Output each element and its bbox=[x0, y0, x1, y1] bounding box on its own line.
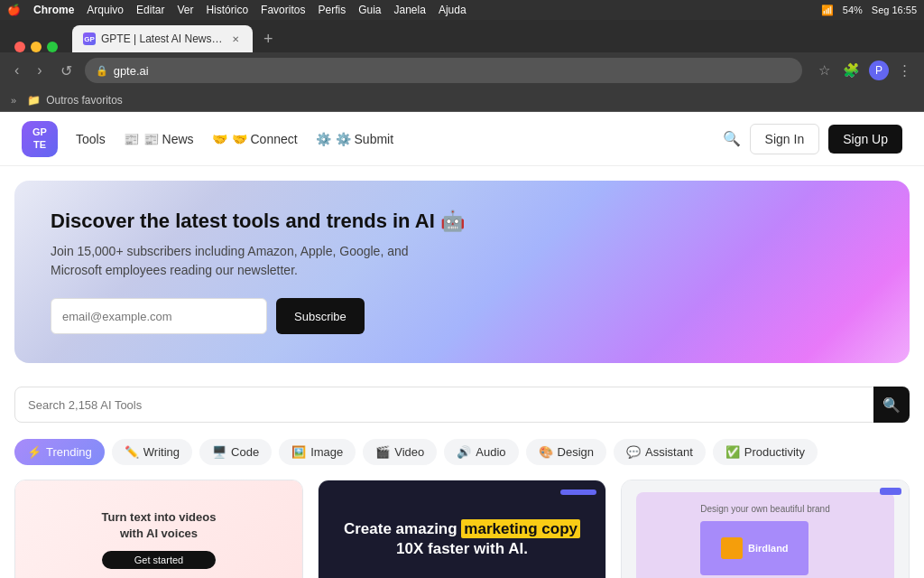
bookmarks-folder-label[interactable]: Outros favoritos bbox=[46, 94, 123, 107]
search-btn-icon: 🔍 bbox=[882, 396, 901, 414]
wifi-icon: 📶 bbox=[821, 5, 834, 16]
menu-editar[interactable]: Editar bbox=[136, 4, 164, 16]
bookmarks-bar: » 📁 Outros favoritos bbox=[0, 89, 924, 112]
assistant-icon: 💬 bbox=[626, 445, 641, 459]
video-icon: 🎬 bbox=[375, 445, 390, 459]
code-icon: 🖥️ bbox=[212, 445, 226, 459]
looka-design-text: Design your own beautiful brand bbox=[700, 504, 829, 514]
tab-audio[interactable]: 🔊 Audio bbox=[444, 439, 518, 465]
signup-button[interactable]: Sign Up bbox=[828, 125, 902, 154]
tab-writing[interactable]: ✏️ Writing bbox=[112, 439, 192, 465]
tab-assistant[interactable]: 💬 Assistant bbox=[614, 439, 706, 465]
tab-image[interactable]: 🖼️ Image bbox=[279, 439, 356, 465]
lock-icon: 🔒 bbox=[96, 65, 108, 77]
nav-connect[interactable]: 🤝 🤝 Connect bbox=[212, 132, 298, 146]
tab-video[interactable]: 🎬 Video bbox=[363, 439, 437, 465]
tab-label: GPTE | Latest AI News, Promp... bbox=[101, 33, 224, 45]
fliki-cta: Get started bbox=[102, 551, 217, 569]
address-bar[interactable]: 🔒 gpte.ai bbox=[85, 58, 802, 83]
bookmarks-expand[interactable]: » bbox=[11, 95, 16, 106]
tool-card-fliki[interactable]: Turn text into videoswith AI voices Get … bbox=[14, 480, 303, 578]
looka-preview: Design your own beautiful brand Birdland bbox=[636, 492, 894, 578]
writing-icon: ✏️ bbox=[125, 445, 139, 459]
active-tab[interactable]: GP GPTE | Latest AI News, Promp... ✕ bbox=[72, 25, 253, 52]
category-tabs: ⚡ Trending ✏️ Writing 🖥️ Code 🖼️ Image 🎬… bbox=[0, 432, 924, 472]
tab-close-btn[interactable]: ✕ bbox=[229, 33, 242, 45]
logo-text: GPTE bbox=[32, 126, 47, 150]
audio-icon: 🔊 bbox=[457, 445, 471, 459]
browser-toolbar: ‹ › ↺ 🔒 gpte.ai ☆ 🧩 P ⋮ bbox=[0, 52, 924, 89]
looka-accent bbox=[880, 488, 901, 495]
menu-arquivo[interactable]: Arquivo bbox=[87, 4, 124, 16]
looka-brand-name: Birdland bbox=[748, 543, 789, 554]
menu-perfis[interactable]: Perfis bbox=[318, 4, 346, 16]
tool-card-jasper[interactable]: Create amazing marketing copy10X faster … bbox=[318, 480, 606, 578]
tab-video-label: Video bbox=[394, 445, 424, 459]
tab-design[interactable]: 🎨 Design bbox=[526, 439, 606, 465]
url-text: gpte.ai bbox=[114, 64, 149, 78]
jasper-thumbnail: Create amazing marketing copy10X faster … bbox=[319, 480, 605, 578]
hero-form: Subscribe bbox=[51, 298, 873, 334]
new-tab-btn[interactable]: + bbox=[258, 26, 279, 52]
apple-logo[interactable]: 🍎 bbox=[7, 4, 21, 16]
nav-news[interactable]: 📰 📰 News bbox=[124, 132, 194, 146]
extensions-icon[interactable]: 🧩 bbox=[839, 59, 864, 82]
battery-status: 54% bbox=[843, 5, 863, 15]
menu-ver[interactable]: Ver bbox=[177, 4, 193, 16]
trending-icon: ⚡ bbox=[27, 445, 42, 459]
bookmarks-folder-icon: 📁 bbox=[27, 94, 41, 107]
search-section: 🔍 bbox=[14, 378, 910, 432]
hero-subtitle: Join 15,000+ subscribers including Amazo… bbox=[51, 242, 430, 280]
menu-guia[interactable]: Guia bbox=[358, 4, 381, 16]
tab-productivity-label: Productivity bbox=[744, 445, 805, 459]
menu-janela[interactable]: Janela bbox=[394, 4, 426, 16]
looka-brand-preview: Birdland bbox=[700, 521, 808, 575]
tab-trending-label: Trending bbox=[46, 445, 92, 459]
menu-historico[interactable]: Histórico bbox=[206, 4, 248, 16]
jasper-bar bbox=[560, 489, 596, 495]
window-close-btn[interactable] bbox=[14, 42, 25, 52]
tab-trending[interactable]: ⚡ Trending bbox=[14, 439, 105, 465]
window-maximize-btn[interactable] bbox=[47, 42, 58, 52]
site-nav: GPTE Tools 📰 📰 News 🤝 🤝 Connect ⚙️ ⚙️ Su… bbox=[0, 112, 924, 166]
fliki-thumbnail: Turn text into videoswith AI voices Get … bbox=[15, 480, 302, 578]
subscribe-button[interactable]: Subscribe bbox=[276, 298, 365, 334]
profile-icon[interactable]: P bbox=[869, 61, 889, 80]
nav-tools[interactable]: Tools bbox=[76, 132, 106, 146]
looka-icon-1 bbox=[721, 537, 743, 559]
image-icon: 🖼️ bbox=[291, 445, 306, 459]
window-minimize-btn[interactable] bbox=[31, 42, 42, 52]
site-logo[interactable]: GPTE bbox=[22, 121, 58, 157]
back-button[interactable]: ‹ bbox=[9, 59, 24, 82]
tab-code[interactable]: 🖥️ Code bbox=[199, 439, 272, 465]
tab-image-label: Image bbox=[310, 445, 343, 459]
menu-favoritos[interactable]: Favoritos bbox=[261, 4, 305, 16]
website-content: GPTE Tools 📰 📰 News 🤝 🤝 Connect ⚙️ ⚙️ Su… bbox=[0, 112, 924, 578]
email-input[interactable] bbox=[51, 298, 267, 334]
signin-button[interactable]: Sign In bbox=[750, 124, 820, 154]
tool-card-looka[interactable]: Design your own beautiful brand Birdland… bbox=[621, 480, 910, 578]
search-button[interactable]: 🔍 bbox=[873, 387, 910, 423]
looka-thumbnail: Design your own beautiful brand Birdland bbox=[622, 480, 909, 578]
bookmark-icon[interactable]: ☆ bbox=[815, 59, 834, 82]
search-icon[interactable]: 🔍 bbox=[723, 130, 741, 147]
tab-audio-label: Audio bbox=[476, 445, 505, 459]
tab-productivity[interactable]: ✅ Productivity bbox=[713, 439, 818, 465]
jasper-thumb-text: Create amazing marketing copy10X faster … bbox=[344, 519, 580, 559]
clock: Seg 16:55 bbox=[872, 5, 917, 15]
tab-code-label: Code bbox=[231, 445, 259, 459]
forward-button[interactable]: › bbox=[32, 59, 47, 82]
os-menubar: 🍎 Chrome Arquivo Editar Ver Histórico Fa… bbox=[0, 0, 924, 20]
hero-title: Discover the latest tools and trends in … bbox=[51, 210, 873, 233]
tools-grid: Turn text into videoswith AI voices Get … bbox=[0, 472, 924, 578]
search-input[interactable] bbox=[14, 387, 910, 423]
tab-assistant-label: Assistant bbox=[645, 445, 693, 459]
menu-icon[interactable]: ⋮ bbox=[894, 59, 915, 82]
nav-submit[interactable]: ⚙️ ⚙️ Submit bbox=[316, 132, 393, 146]
tab-writing-label: Writing bbox=[143, 445, 180, 459]
reload-button[interactable]: ↺ bbox=[55, 59, 78, 83]
menu-ajuda[interactable]: Ajuda bbox=[439, 4, 467, 16]
browser-tab-bar: GP GPTE | Latest AI News, Promp... ✕ + bbox=[0, 20, 924, 52]
active-app-name: Chrome bbox=[33, 4, 74, 16]
design-icon: 🎨 bbox=[539, 445, 553, 459]
